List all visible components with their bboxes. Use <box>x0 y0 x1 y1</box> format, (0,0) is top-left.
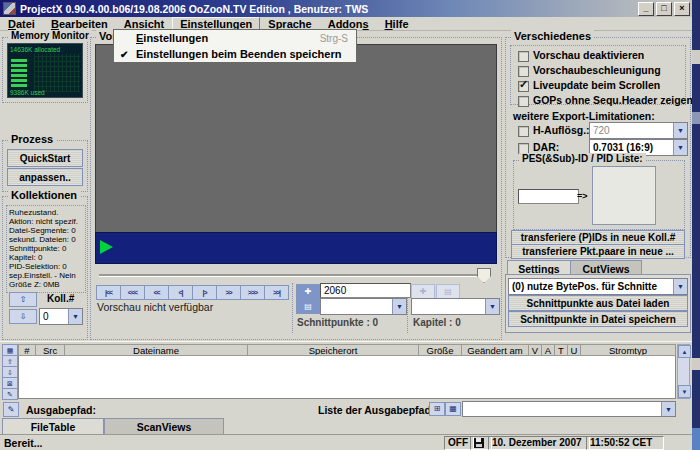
nav-fast-fwd-button[interactable]: >>> <box>240 285 265 300</box>
chevron-down-icon: ▼ <box>68 309 82 324</box>
menu-item-einstellungen[interactable]: Einstellungen Strg-S <box>114 30 356 46</box>
slider-thumb[interactable] <box>477 268 491 283</box>
gops-checkbox[interactable] <box>518 96 529 107</box>
browse-path-icon: ▦ <box>449 405 457 413</box>
load-cutpoints-button[interactable]: Schnittpunkte aus Datei laden <box>508 295 688 311</box>
col-v[interactable]: V <box>529 345 542 355</box>
nav-fwd-button[interactable]: >> <box>216 285 241 300</box>
vorschaubeschleunigung-checkbox[interactable] <box>518 66 529 77</box>
transfer-pids-button[interactable]: transferiere (P)IDs in neue Koll.# <box>511 230 685 245</box>
shortcut-label: Strg-S <box>320 33 348 44</box>
file-table-body[interactable] <box>18 356 676 399</box>
add-cutpoint-icon: ✚ <box>305 288 312 296</box>
chapter-list-icon: ▤ <box>444 288 452 296</box>
add-path-icon: ⊞ <box>434 405 441 413</box>
cutpoint-list-button[interactable]: ▤ <box>296 299 320 314</box>
status-line: sekund. Dateien: 0 <box>9 235 85 244</box>
menu-bearbeiten[interactable]: Bearbeiten <box>43 18 116 30</box>
close-button[interactable]: × <box>674 2 690 16</box>
tab-filetable[interactable]: FileTable <box>2 418 104 434</box>
add-chapter-button[interactable]: ✚ <box>411 284 435 299</box>
col-dateiname[interactable]: Dateiname <box>65 345 248 355</box>
col-src[interactable]: Src <box>36 345 65 355</box>
col-t[interactable]: T <box>555 345 568 355</box>
menu-addons[interactable]: Addons <box>320 18 377 30</box>
table-scrollbar[interactable]: ▲ ▼ <box>677 344 690 399</box>
nav-fast-back-button[interactable]: <<< <box>120 285 145 300</box>
collection-jump-button[interactable]: ⇩ <box>9 309 37 324</box>
pid-list[interactable] <box>592 166 656 225</box>
liste-ausgabepfade-label: Liste der Ausgabepfade: <box>318 404 440 416</box>
add-chapter-icon: ✚ <box>420 288 427 296</box>
col-number[interactable]: # <box>19 345 36 355</box>
memory-allocated-label: 14636K allocated <box>10 46 60 53</box>
memory-monitor-group: Memory Monitor 14636K allocated 9386K us… <box>2 37 88 103</box>
menu-item-einstellungen-speichern[interactable]: ✔ Einstellungen beim Beenden speichern <box>114 46 356 62</box>
status-line: Schnittpunkte: 0 <box>9 244 85 253</box>
preview-video-area <box>95 44 497 234</box>
menu-sprache[interactable]: Sprache <box>260 18 319 30</box>
maximize-button[interactable]: □ <box>656 2 672 16</box>
schnittpunkte-count-label: Schnittpunkte : 0 <box>297 317 378 328</box>
nav-step-fwd-button[interactable]: |> <box>192 285 217 300</box>
preview-timeline-bar[interactable] <box>95 232 497 264</box>
status-line: Datei-Segmente: 0 <box>9 226 85 235</box>
kollektionen-group: Kollektionen Ruhezustand. Aktion: nicht … <box>2 196 88 340</box>
table-tool-button-5[interactable]: ✎ <box>2 388 18 400</box>
chevron-down-icon: ▼ <box>673 140 687 155</box>
col-geaendert[interactable]: Geändert am <box>462 345 529 355</box>
add-cutpoint-button[interactable]: ✚ <box>296 284 320 299</box>
transfer-pairs-button[interactable]: transferiere Pkt.paare in neue ... <box>511 244 685 259</box>
chapter-list-button[interactable]: ▤ <box>436 284 460 299</box>
scroll-down-button[interactable]: ▼ <box>678 385 691 398</box>
status-line: Ruhezustand. <box>9 208 85 217</box>
move-up-icon: ⇧ <box>7 358 13 365</box>
status-date: 10. Dezember 2007 <box>488 436 590 450</box>
verschiedenes-title: Verschiedenes <box>511 30 594 42</box>
vorschau-deaktivieren-checkbox[interactable] <box>518 51 529 62</box>
col-stromtyp[interactable]: Stromtyp <box>581 345 675 355</box>
verschiedenes-group: Verschiedenes Vorschau deaktivieren Vors… <box>505 37 691 258</box>
menu-datei[interactable]: Datei <box>0 18 43 30</box>
menu-hilfe[interactable]: Hilfe <box>377 18 417 30</box>
memory-history-grid <box>34 54 80 92</box>
nav-first-button[interactable]: |<< <box>96 285 121 300</box>
bytepos-select[interactable]: (0) nutze BytePos. für Schnitte ▼ <box>508 278 688 295</box>
file-table-area: ▦ ⇧ ⇩ ⊠ ✎ # Src Dateiname Speicherort Gr… <box>0 341 692 419</box>
nav-step-back-button[interactable]: <| <box>168 285 193 300</box>
chapter-select[interactable]: ▼ <box>411 298 500 315</box>
liveupdate-checkbox[interactable] <box>518 81 529 92</box>
nav-last-button[interactable]: >>| <box>264 285 289 300</box>
pid-input-field[interactable] <box>518 189 579 204</box>
position-field[interactable]: 2060 <box>320 283 411 298</box>
menu-ansicht[interactable]: Ansicht <box>116 18 172 30</box>
col-groesse[interactable]: Größe <box>419 345 462 355</box>
cutpoint-select[interactable]: ▼ <box>320 298 407 315</box>
output-path-select[interactable]: ▼ <box>462 401 676 417</box>
einstellungen-menu-popup: Einstellungen Strg-S ✔ Einstellungen bei… <box>113 29 357 63</box>
prozess-title: Prozess <box>8 133 56 145</box>
browse-output-path-button[interactable]: ▦ <box>445 402 461 416</box>
minimize-button[interactable]: _ <box>638 2 654 16</box>
collection-jump-icon: ⇩ <box>20 313 27 321</box>
col-u[interactable]: U <box>568 345 581 355</box>
h-aufloesung-checkbox[interactable] <box>518 126 529 137</box>
edit-output-path-button[interactable]: ✎ <box>3 402 19 417</box>
scroll-up-button[interactable]: ▲ <box>678 345 691 358</box>
col-a[interactable]: A <box>542 345 555 355</box>
anpassen-button[interactable]: anpassen.. <box>7 168 83 186</box>
h-aufloesung-label: H-Auflösg.: <box>533 124 590 136</box>
projectx-window: ProjectX 0.90.4.00.b06/19.08.2006 OoZooN… <box>0 0 700 450</box>
collection-up-icon: ⇧ <box>20 296 27 304</box>
nav-back-button[interactable]: << <box>144 285 169 300</box>
collection-up-button[interactable]: ⇧ <box>9 292 37 307</box>
h-aufloesung-select[interactable]: 720 ▼ <box>589 122 688 139</box>
checkbox-label: Vorschaubeschleunigung <box>533 64 661 76</box>
col-speicherort[interactable]: Speicherort <box>248 345 419 355</box>
tab-scanviews[interactable]: ScanViews <box>104 418 224 434</box>
window-title: ProjectX 0.90.4.00.b06/19.08.2006 OoZooN… <box>20 3 638 15</box>
quickstart-button[interactable]: QuickStart <box>7 149 83 167</box>
collection-number-select[interactable]: 0 ▼ <box>39 308 83 325</box>
save-cutpoints-button[interactable]: Schnittpunkte in Datei speichern <box>508 311 688 327</box>
add-output-path-button[interactable]: ⊞ <box>429 402 445 416</box>
